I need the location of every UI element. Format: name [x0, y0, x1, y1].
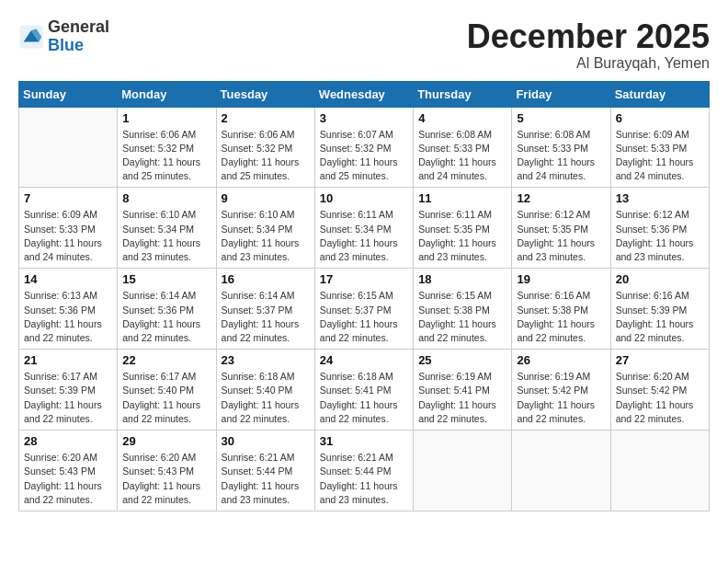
day-info: Sunrise: 6:09 AMSunset: 5:33 PMDaylight:…	[616, 128, 704, 184]
day-info: Sunrise: 6:21 AMSunset: 5:44 PMDaylight:…	[222, 451, 310, 507]
weekday-header-saturday: Saturday	[610, 81, 709, 107]
day-info: Sunrise: 6:10 AMSunset: 5:34 PMDaylight:…	[222, 208, 310, 264]
day-number: 30	[222, 434, 310, 448]
calendar-cell: 8Sunrise: 6:10 AMSunset: 5:34 PMDaylight…	[118, 188, 216, 269]
day-number: 16	[222, 272, 310, 286]
day-number: 27	[616, 353, 704, 367]
weekday-header-tuesday: Tuesday	[216, 81, 314, 107]
calendar-cell: 13Sunrise: 6:12 AMSunset: 5:36 PMDayligh…	[610, 188, 709, 269]
day-number: 29	[122, 434, 210, 448]
weekday-header-sunday: Sunday	[19, 81, 118, 107]
calendar-cell: 20Sunrise: 6:16 AMSunset: 5:39 PMDayligh…	[610, 269, 709, 350]
calendar-cell: 17Sunrise: 6:15 AMSunset: 5:37 PMDayligh…	[314, 269, 413, 350]
day-info: Sunrise: 6:10 AMSunset: 5:34 PMDaylight:…	[122, 208, 210, 264]
day-number: 12	[517, 191, 605, 205]
calendar-cell: 28Sunrise: 6:20 AMSunset: 5:43 PMDayligh…	[19, 431, 118, 511]
day-info: Sunrise: 6:20 AMSunset: 5:43 PMDaylight:…	[122, 451, 210, 507]
weekday-header-row: SundayMondayTuesdayWednesdayThursdayFrid…	[19, 81, 710, 107]
calendar-cell: 4Sunrise: 6:08 AMSunset: 5:33 PMDaylight…	[414, 107, 512, 188]
weekday-header-monday: Monday	[118, 81, 216, 107]
weekday-header-friday: Friday	[512, 81, 610, 107]
weekday-header-thursday: Thursday	[414, 81, 512, 107]
day-number: 21	[24, 353, 112, 367]
calendar-cell: 21Sunrise: 6:17 AMSunset: 5:39 PMDayligh…	[19, 350, 118, 431]
calendar-cell: 27Sunrise: 6:20 AMSunset: 5:42 PMDayligh…	[610, 350, 709, 431]
calendar-cell: 19Sunrise: 6:16 AMSunset: 5:38 PMDayligh…	[512, 269, 610, 350]
calendar-cell: 22Sunrise: 6:17 AMSunset: 5:40 PMDayligh…	[118, 350, 216, 431]
day-number: 17	[320, 272, 408, 286]
day-info: Sunrise: 6:06 AMSunset: 5:32 PMDaylight:…	[122, 128, 210, 184]
week-row-1: 1Sunrise: 6:06 AMSunset: 5:32 PMDaylight…	[19, 107, 710, 188]
day-number: 28	[24, 434, 112, 448]
calendar-cell: 26Sunrise: 6:19 AMSunset: 5:42 PMDayligh…	[512, 350, 610, 431]
calendar-cell: 6Sunrise: 6:09 AMSunset: 5:33 PMDaylight…	[610, 107, 709, 188]
calendar-cell	[512, 431, 610, 511]
day-info: Sunrise: 6:11 AMSunset: 5:35 PMDaylight:…	[418, 208, 506, 264]
week-row-4: 21Sunrise: 6:17 AMSunset: 5:39 PMDayligh…	[19, 350, 710, 431]
day-number: 15	[122, 272, 210, 286]
calendar-cell: 16Sunrise: 6:14 AMSunset: 5:37 PMDayligh…	[216, 269, 314, 350]
calendar-cell: 12Sunrise: 6:12 AMSunset: 5:35 PMDayligh…	[512, 188, 610, 269]
day-info: Sunrise: 6:20 AMSunset: 5:43 PMDaylight:…	[24, 451, 112, 507]
day-number: 4	[418, 111, 506, 125]
month-title: December 2025	[467, 18, 710, 55]
location: Al Burayqah, Yemen	[467, 55, 710, 72]
day-number: 18	[418, 272, 506, 286]
day-number: 6	[616, 111, 704, 125]
week-row-2: 7Sunrise: 6:09 AMSunset: 5:33 PMDaylight…	[19, 188, 710, 269]
calendar-cell: 2Sunrise: 6:06 AMSunset: 5:32 PMDaylight…	[216, 107, 314, 188]
day-info: Sunrise: 6:12 AMSunset: 5:36 PMDaylight:…	[616, 208, 704, 264]
day-info: Sunrise: 6:11 AMSunset: 5:34 PMDaylight:…	[320, 208, 408, 264]
weekday-header-wednesday: Wednesday	[314, 81, 413, 107]
day-info: Sunrise: 6:20 AMSunset: 5:42 PMDaylight:…	[616, 370, 704, 426]
day-number: 25	[418, 353, 506, 367]
day-number: 8	[122, 191, 210, 205]
day-number: 20	[616, 272, 704, 286]
day-number: 31	[320, 434, 408, 448]
day-number: 10	[320, 191, 408, 205]
calendar-cell: 29Sunrise: 6:20 AMSunset: 5:43 PMDayligh…	[118, 431, 216, 511]
week-row-5: 28Sunrise: 6:20 AMSunset: 5:43 PMDayligh…	[19, 431, 710, 511]
day-info: Sunrise: 6:19 AMSunset: 5:41 PMDaylight:…	[418, 370, 506, 426]
day-info: Sunrise: 6:09 AMSunset: 5:33 PMDaylight:…	[24, 208, 112, 264]
calendar-cell: 9Sunrise: 6:10 AMSunset: 5:34 PMDaylight…	[216, 188, 314, 269]
calendar-cell: 3Sunrise: 6:07 AMSunset: 5:32 PMDaylight…	[314, 107, 413, 188]
calendar-cell: 31Sunrise: 6:21 AMSunset: 5:44 PMDayligh…	[314, 431, 413, 511]
calendar-cell: 24Sunrise: 6:18 AMSunset: 5:41 PMDayligh…	[314, 350, 413, 431]
day-number: 11	[418, 191, 506, 205]
calendar-cell: 10Sunrise: 6:11 AMSunset: 5:34 PMDayligh…	[314, 188, 413, 269]
day-number: 13	[616, 191, 704, 205]
page-header: General Blue December 2025 Al Burayqah, …	[18, 18, 710, 72]
day-info: Sunrise: 6:07 AMSunset: 5:32 PMDaylight:…	[320, 128, 408, 184]
calendar-table: SundayMondayTuesdayWednesdayThursdayFrid…	[18, 81, 710, 511]
day-info: Sunrise: 6:16 AMSunset: 5:38 PMDaylight:…	[517, 289, 605, 345]
day-info: Sunrise: 6:15 AMSunset: 5:38 PMDaylight:…	[418, 289, 506, 345]
calendar-cell: 7Sunrise: 6:09 AMSunset: 5:33 PMDaylight…	[19, 188, 118, 269]
week-row-3: 14Sunrise: 6:13 AMSunset: 5:36 PMDayligh…	[19, 269, 710, 350]
day-number: 23	[222, 353, 310, 367]
logo-icon	[18, 24, 44, 50]
day-number: 3	[320, 111, 408, 125]
calendar-cell: 5Sunrise: 6:08 AMSunset: 5:33 PMDaylight…	[512, 107, 610, 188]
calendar-cell: 18Sunrise: 6:15 AMSunset: 5:38 PMDayligh…	[414, 269, 512, 350]
day-info: Sunrise: 6:13 AMSunset: 5:36 PMDaylight:…	[24, 289, 112, 345]
day-number: 19	[517, 272, 605, 286]
calendar-cell: 14Sunrise: 6:13 AMSunset: 5:36 PMDayligh…	[19, 269, 118, 350]
calendar-cell: 25Sunrise: 6:19 AMSunset: 5:41 PMDayligh…	[414, 350, 512, 431]
day-number: 24	[320, 353, 408, 367]
day-info: Sunrise: 6:08 AMSunset: 5:33 PMDaylight:…	[418, 128, 506, 184]
day-number: 2	[222, 111, 310, 125]
logo: General Blue	[18, 18, 109, 55]
calendar-cell	[19, 107, 118, 188]
day-number: 5	[517, 111, 605, 125]
day-info: Sunrise: 6:14 AMSunset: 5:36 PMDaylight:…	[122, 289, 210, 345]
day-info: Sunrise: 6:17 AMSunset: 5:40 PMDaylight:…	[122, 370, 210, 426]
calendar-cell	[610, 431, 709, 511]
day-info: Sunrise: 6:12 AMSunset: 5:35 PMDaylight:…	[517, 208, 605, 264]
calendar-cell	[414, 431, 512, 511]
logo-blue: Blue	[48, 37, 109, 55]
logo-general: General	[48, 18, 109, 37]
day-number: 1	[122, 111, 210, 125]
day-info: Sunrise: 6:16 AMSunset: 5:39 PMDaylight:…	[616, 289, 704, 345]
day-info: Sunrise: 6:17 AMSunset: 5:39 PMDaylight:…	[24, 370, 112, 426]
